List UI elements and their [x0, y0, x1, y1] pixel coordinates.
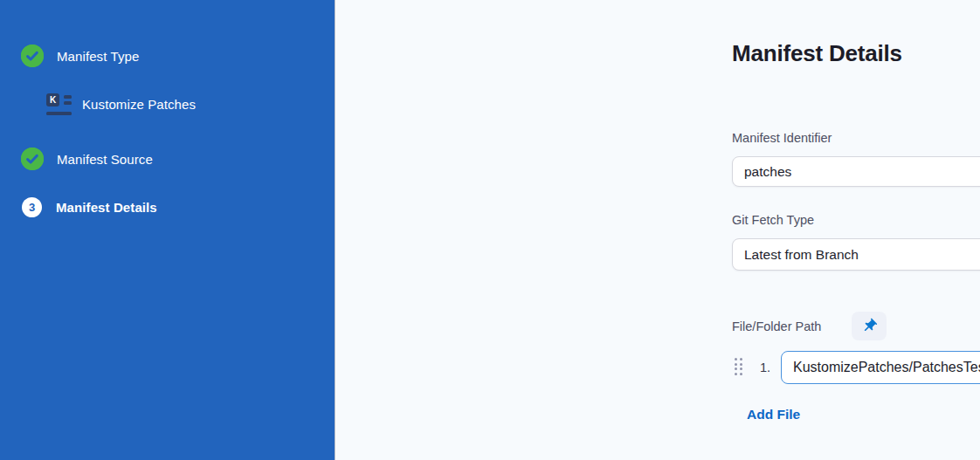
step-label: Manifest Type — [57, 49, 139, 64]
drag-handle-icon[interactable] — [735, 358, 744, 378]
manifest-wizard-page: Manifest Type K Kustomize Patches Manife… — [0, 0, 980, 460]
sidebar-step-manifest-source[interactable]: Manifest Source — [21, 148, 153, 170]
git-fetch-type-select[interactable]: Latest from Branch — [732, 238, 980, 271]
step-number-badge: 3 — [22, 197, 42, 217]
file-folder-path-label: File/Folder Path — [732, 319, 821, 333]
runtime-input-pin-button[interactable] — [852, 312, 887, 340]
sidebar-step-manifest-details[interactable]: 3 Manifest Details — [22, 197, 157, 217]
manifest-identifier-label: Manifest Identifier — [732, 131, 832, 145]
wizard-steps-sidebar: Manifest Type K Kustomize Patches Manife… — [0, 0, 335, 460]
check-circle-icon — [21, 45, 44, 67]
step-label: Manifest Source — [57, 152, 153, 167]
check-circle-icon — [21, 148, 44, 170]
add-file-button[interactable]: Add File — [747, 407, 800, 422]
step-label-active: Manifest Details — [56, 200, 157, 215]
kustomize-icon-letter: K — [46, 93, 59, 106]
git-fetch-type-selected-value: Latest from Branch — [744, 247, 859, 263]
substep-label: Kustomize Patches — [82, 97, 196, 112]
file-folder-path-value: KustomizePatches/PatchesTest/ku — [793, 360, 980, 375]
sidebar-substep-kustomize-patches[interactable]: K Kustomize Patches — [46, 93, 196, 115]
git-fetch-type-label: Git Fetch Type — [732, 213, 814, 227]
path-row-index: 1. — [760, 360, 770, 374]
page-title: Manifest Details — [732, 40, 902, 67]
manifest-identifier-input[interactable] — [732, 156, 980, 187]
pin-icon — [861, 318, 878, 334]
manifest-details-panel: Manifest Details Manifest Identifier Git… — [335, 0, 980, 460]
file-folder-path-input[interactable]: KustomizePatches/PatchesTest/ku — [781, 351, 980, 384]
sidebar-step-manifest-type[interactable]: Manifest Type — [21, 45, 139, 67]
kustomize-icon: K — [46, 93, 72, 115]
